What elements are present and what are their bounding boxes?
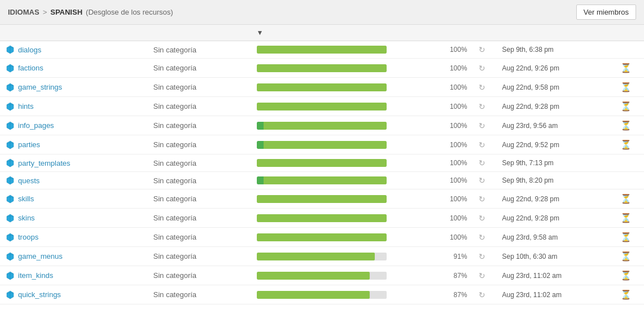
cell-refresh[interactable]: ↻ (473, 116, 497, 135)
progress-bar-container (257, 83, 387, 91)
resource-name-text: parties (18, 140, 40, 149)
cell-hourglass[interactable]: ⏳ (615, 97, 644, 116)
resource-link[interactable]: party_templates (6, 158, 142, 167)
cell-refresh[interactable]: ↻ (473, 172, 497, 189)
refresh-icon[interactable]: ↻ (479, 102, 485, 111)
cell-name: troops (0, 228, 147, 247)
refresh-icon[interactable]: ↻ (479, 140, 485, 149)
cell-refresh[interactable]: ↻ (473, 247, 497, 266)
cell-refresh[interactable]: ↻ (473, 209, 497, 228)
resource-link[interactable]: game_strings (6, 83, 142, 92)
resource-link[interactable]: troops (6, 233, 142, 242)
cell-refresh[interactable]: ↻ (473, 135, 497, 154)
cell-percent: 87% (435, 285, 472, 304)
breadcrumb-arrow: > (43, 8, 47, 16)
cell-refresh[interactable]: ↻ (473, 285, 497, 304)
cell-hourglass[interactable]: ⏳ (615, 135, 644, 154)
hourglass-icon[interactable]: ⏳ (620, 271, 632, 280)
col-header-category (147, 25, 251, 41)
breadcrumb-idiomas[interactable]: IDIOMAS (8, 8, 40, 16)
col-header-progress[interactable]: ▼ (251, 25, 436, 41)
progress-bar-container (257, 291, 387, 299)
cell-progress (251, 172, 436, 189)
cell-refresh[interactable]: ↻ (473, 41, 497, 59)
cell-refresh[interactable]: ↻ (473, 266, 497, 285)
cell-hourglass[interactable]: ⏳ (615, 228, 644, 247)
hourglass-icon[interactable]: ⏳ (620, 101, 632, 111)
cell-hourglass[interactable]: ⏳ (615, 116, 644, 135)
hourglass-icon[interactable]: ⏳ (620, 63, 632, 73)
cell-name: info_pages (0, 116, 147, 135)
table-row: troops Sin categoría 100%↻Aug 23rd, 9:58… (0, 228, 644, 247)
cell-name: hints (0, 97, 147, 116)
progress-bar-fill (257, 291, 370, 299)
cell-progress (251, 116, 436, 135)
hourglass-icon[interactable]: ⏳ (620, 140, 632, 149)
hourglass-icon[interactable]: ⏳ (620, 121, 632, 130)
table-row: party_templates Sin categoría 100%↻Sep 9… (0, 154, 644, 172)
cell-hourglass[interactable]: ⏳ (615, 266, 644, 285)
resource-link[interactable]: info_pages (6, 121, 142, 130)
refresh-icon[interactable]: ↻ (479, 64, 485, 73)
hourglass-icon[interactable]: ⏳ (620, 82, 632, 92)
cell-category: Sin categoría (147, 78, 251, 97)
resource-link[interactable]: hints (6, 102, 142, 111)
hourglass-icon[interactable]: ⏳ (620, 251, 632, 261)
cell-refresh[interactable]: ↻ (473, 97, 497, 116)
refresh-icon[interactable]: ↻ (479, 252, 485, 261)
refresh-icon[interactable]: ↻ (479, 83, 485, 92)
cell-percent: 100% (435, 78, 472, 97)
cell-percent: 100% (435, 116, 472, 135)
resource-name-text: party_templates (18, 159, 71, 167)
refresh-icon[interactable]: ↻ (479, 45, 485, 54)
cell-name: party_templates (0, 154, 147, 172)
progress-bar-fill (257, 272, 370, 280)
cube-icon (6, 176, 15, 185)
col-header-pct (435, 25, 472, 41)
cell-hourglass[interactable]: ⏳ (615, 247, 644, 266)
refresh-icon[interactable]: ↻ (479, 233, 485, 242)
progress-bar-container (257, 159, 387, 167)
refresh-icon[interactable]: ↻ (479, 158, 485, 167)
resource-link[interactable]: skins (6, 214, 142, 223)
cell-hourglass[interactable]: ⏳ (615, 189, 644, 209)
resource-link[interactable]: parties (6, 140, 142, 149)
cube-icon (6, 45, 15, 54)
cell-percent: 100% (435, 41, 472, 59)
resource-link[interactable]: factions (6, 64, 142, 73)
resource-link[interactable]: quick_strings (6, 290, 142, 299)
resource-name-text: dialogs (18, 46, 41, 54)
table-row: parties Sin categoría 100%↻Aug 22nd, 9:5… (0, 135, 644, 154)
resource-name-text: hints (18, 102, 33, 111)
breadcrumb-spanish[interactable]: SPANISH (50, 8, 82, 16)
hourglass-icon[interactable]: ⏳ (620, 232, 632, 242)
ver-miembros-button[interactable]: Ver miembros (576, 5, 636, 20)
cell-name: parties (0, 135, 147, 154)
refresh-icon[interactable]: ↻ (479, 195, 485, 204)
cell-hourglass[interactable]: ⏳ (615, 78, 644, 97)
progress-bar-container (257, 214, 387, 222)
cell-hourglass[interactable]: ⏳ (615, 209, 644, 228)
cell-refresh[interactable]: ↻ (473, 154, 497, 172)
resource-link[interactable]: skills (6, 195, 142, 204)
hourglass-icon[interactable]: ⏳ (620, 290, 632, 299)
hourglass-icon[interactable]: ⏳ (620, 213, 632, 223)
refresh-icon[interactable]: ↻ (479, 214, 485, 223)
refresh-icon[interactable]: ↻ (479, 271, 485, 280)
cell-name: skins (0, 209, 147, 228)
refresh-icon[interactable]: ↻ (479, 290, 485, 299)
cell-refresh[interactable]: ↻ (473, 78, 497, 97)
resource-link[interactable]: dialogs (6, 45, 142, 54)
cell-progress (251, 97, 436, 116)
cell-hourglass[interactable]: ⏳ (615, 59, 644, 78)
refresh-icon[interactable]: ↻ (479, 176, 485, 185)
cell-hourglass[interactable]: ⏳ (615, 285, 644, 304)
cell-refresh[interactable]: ↻ (473, 189, 497, 209)
refresh-icon[interactable]: ↻ (479, 121, 485, 130)
resource-link[interactable]: item_kinds (6, 271, 142, 280)
hourglass-icon[interactable]: ⏳ (620, 194, 632, 204)
resource-link[interactable]: quests (6, 176, 142, 185)
resource-link[interactable]: game_menus (6, 252, 142, 261)
cell-refresh[interactable]: ↻ (473, 59, 497, 78)
cell-refresh[interactable]: ↻ (473, 228, 497, 247)
